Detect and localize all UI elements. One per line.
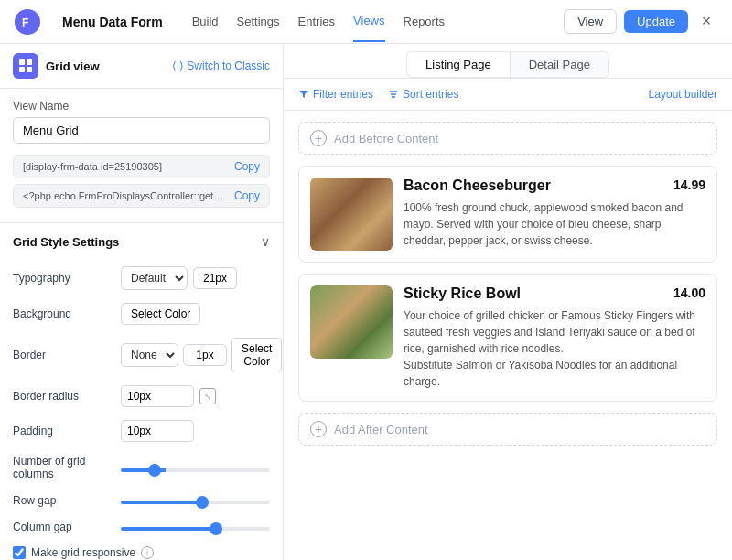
switch-classic-button[interactable]: ⟨ ⟩ Switch to Classic [172,59,270,72]
resize-icon[interactable]: ⤡ [199,388,216,404]
border-radius-row: Border radius ⤡ [0,379,283,414]
svg-rect-2 [27,59,32,65]
col-gap-slider[interactable] [121,527,270,531]
layout-builder-link[interactable]: Layout builder [649,88,717,101]
burger-image [310,178,393,251]
border-label: Border [13,349,113,361]
grid-style-header[interactable]: Grid Style Settings ∨ [0,223,283,260]
nav-views[interactable]: Views [353,1,384,42]
chevron-down-icon: ∨ [261,234,270,249]
item-2-price: 14.00 [673,285,705,300]
col-gap-slider-container [121,520,270,533]
nav-entries[interactable]: Entries [298,2,335,41]
border-controls: None Select Color [121,338,282,372]
padding-input[interactable] [121,420,194,442]
copy-shortcode-2[interactable]: Copy [234,189,260,202]
border-select[interactable]: None [121,343,178,367]
border-radius-input[interactable] [121,385,194,407]
menu-item-1: Bacon Cheeseburger 14.99 100% fresh grou… [298,166,717,263]
row-gap-label: Row gap [13,494,113,507]
border-row: Border None Select Color [0,331,283,379]
typography-row: Typography Default [0,260,283,296]
border-size-input[interactable] [183,344,227,366]
svg-rect-3 [19,67,25,72]
view-name-section: View Name [0,89,283,155]
app-header: F Menu Data Form Build Settings Entries … [0,0,732,44]
header-actions: View Update × [564,9,717,34]
app-logo: F [15,9,40,35]
item-2-desc: Your choice of grilled chicken or Famous… [404,307,705,390]
item-2-name: Sticky Rice Bowl [404,285,521,302]
border-radius-label: Border radius [13,390,113,403]
grid-columns-row: Number of grid columns [0,448,283,487]
item-1-content: Bacon Cheeseburger 14.99 100% fresh grou… [404,178,705,251]
update-button[interactable]: Update [624,10,688,33]
item-2-content: Sticky Rice Bowl 14.00 Your choice of gr… [404,285,705,390]
make-responsive-label: Make grid responsive [31,546,135,559]
panel-toolbar: Filter entries Sort entries Layout build… [284,79,732,111]
svg-rect-1 [19,59,25,65]
view-button[interactable]: View [564,9,617,34]
grid-style-title: Grid Style Settings [13,235,119,249]
border-color-button[interactable]: Select Color [231,338,282,372]
content-area: + Add Before Content Bacon Cheeseburger … [284,111,732,560]
app-title: Menu Data Form [62,15,163,29]
menu-item-2: Sticky Rice Bowl 14.00 Your choice of gr… [298,274,717,402]
add-before-content[interactable]: + Add Before Content [298,122,717,155]
sidebar-header: Grid view ⟨ ⟩ Switch to Classic [0,44,283,89]
add-before-icon: + [310,130,327,146]
svg-rect-4 [27,67,32,72]
background-controls: Select Color [121,303,270,325]
sort-entries-button[interactable]: Sort entries [388,88,458,101]
typography-size-input[interactable] [193,267,237,289]
sidebar: Grid view ⟨ ⟩ Switch to Classic View Nam… [0,44,284,560]
view-name-input[interactable] [13,117,270,144]
item-1-header: Bacon Cheeseburger 14.99 [404,178,705,194]
item-1-desc: 100% fresh ground chuck, applewood smoke… [404,199,705,249]
view-name-label: View Name [13,100,270,113]
col-gap-label: Column gap [13,521,113,533]
view-label: Grid view [46,59,100,73]
col-gap-row: Column gap [0,513,283,540]
item-2-header: Sticky Rice Bowl 14.00 [404,285,705,302]
padding-label: Padding [13,425,113,437]
make-responsive-checkbox[interactable] [13,546,26,559]
make-responsive-row: Make grid responsive i [0,540,283,560]
row-gap-slider[interactable] [121,501,270,504]
nav-build[interactable]: Build [192,2,219,41]
svg-text:F: F [22,16,28,29]
main-nav: Build Settings Entries Views Reports [192,1,542,42]
view-type: Grid view [13,53,100,79]
rice-image [310,285,393,359]
tab-detail-page[interactable]: Detail Page [510,51,609,78]
typography-controls: Default [121,266,270,290]
grid-columns-label: Number of grid columns [13,455,113,480]
typography-select[interactable]: Default [121,266,188,290]
background-color-button[interactable]: Select Color [121,303,200,325]
border-radius-controls: ⤡ [121,385,270,407]
nav-settings[interactable]: Settings [237,2,280,41]
tab-listing-page[interactable]: Listing Page [406,51,510,78]
right-panel: Listing Page Detail Page Filter entries … [284,44,732,560]
shortcode-row-1: [display-frm-data id=25190305] Copy [13,155,270,178]
grid-columns-slider-container [121,461,270,475]
shortcode-row-2: <?php echo FrmProDisplaysController::get… [13,184,270,208]
add-after-content[interactable]: + Add After Content [298,413,717,446]
close-button[interactable]: × [695,11,717,33]
info-icon[interactable]: i [141,546,154,559]
grid-columns-slider[interactable] [121,468,270,472]
grid-style-settings: Grid Style Settings ∨ Typography Default… [0,222,283,560]
typography-label: Typography [13,272,113,285]
add-after-icon: + [310,421,327,437]
background-row: Background Select Color [0,296,283,331]
padding-controls [121,420,270,442]
nav-reports[interactable]: Reports [404,2,446,41]
item-1-name: Bacon Cheeseburger [404,178,551,194]
background-label: Background [13,307,113,320]
add-before-label: Add Before Content [334,132,438,145]
item-1-price: 14.99 [673,178,705,192]
filter-entries-button[interactable]: Filter entries [298,88,373,101]
padding-row: Padding [0,414,283,448]
shortcodes-section: [display-frm-data id=25190305] Copy <?ph… [0,155,283,222]
copy-shortcode-1[interactable]: Copy [234,160,260,173]
